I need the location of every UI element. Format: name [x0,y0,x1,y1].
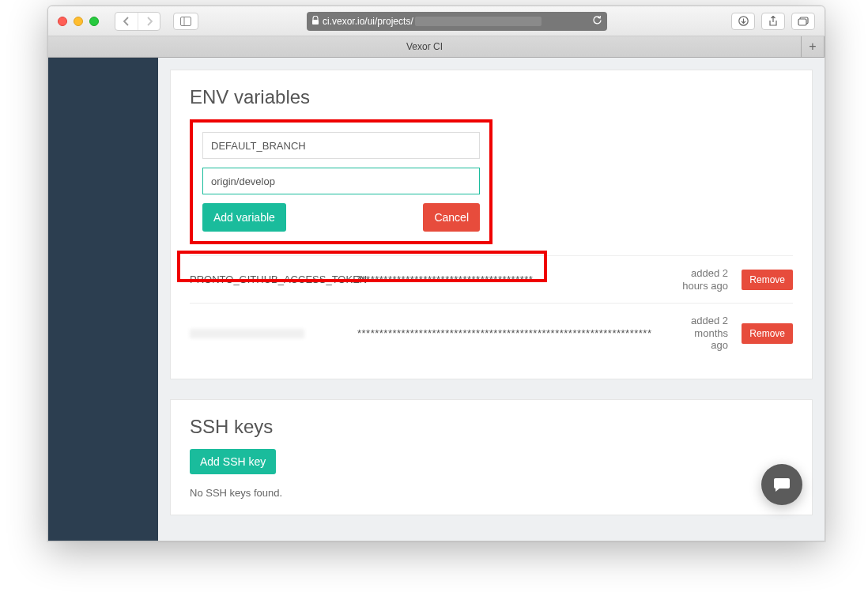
variable-name-input[interactable] [202,132,480,159]
close-window-icon[interactable] [58,17,67,26]
url-text: ci.vexor.io/ui/projects/ [323,16,413,27]
downloads-button[interactable] [731,13,755,30]
new-tab-button[interactable]: + [802,36,825,57]
share-button[interactable] [761,13,785,30]
maximize-window-icon[interactable] [89,17,99,26]
svg-rect-0 [181,17,191,25]
window-titlebar: ci.vexor.io/ui/projects/ [48,6,825,36]
back-button[interactable] [115,13,138,30]
remove-variable-button[interactable]: Remove [742,323,793,344]
url-remainder-blurred [415,17,542,26]
tabs-icon [798,17,809,26]
svg-rect-2 [312,20,319,25]
svg-rect-5 [798,19,806,25]
chat-icon [772,475,791,494]
remove-variable-button[interactable]: Remove [742,270,793,290]
sidebar-toggle-button[interactable] [173,13,198,30]
lock-icon [311,16,319,26]
panel-icon [180,17,191,26]
variable-name: PRONTO_GITHUB_ACCESS_TOKEN [190,273,348,285]
chevron-right-icon [145,17,153,26]
minimize-window-icon[interactable] [74,17,83,26]
ssh-section-title: SSH keys [190,416,793,438]
address-bar[interactable]: ci.vexor.io/ui/projects/ [307,12,607,31]
forward-button[interactable] [138,13,160,30]
browser-tab[interactable]: Vexor CI [48,36,802,57]
share-icon [768,16,778,26]
variable-added-time: added 2 months ago [681,315,728,352]
variable-row: PRONTO_GITHUB_ACCESS_TOKEN *************… [190,255,793,303]
env-section-title: ENV variables [190,86,793,108]
tab-title: Vexor CI [406,41,443,52]
app-sidebar [48,58,158,541]
variable-value-masked: **************************************** [357,273,671,285]
chevron-left-icon [123,17,130,26]
add-ssh-key-button[interactable]: Add SSH key [190,449,276,474]
variable-added-time: added 2 hours ago [681,267,728,292]
reload-button[interactable] [592,15,602,28]
reload-icon [592,15,602,25]
variable-name-blurred [190,329,348,338]
highlight-add-form: Add variable Cancel [190,119,492,244]
support-chat-button[interactable] [761,464,802,505]
add-variable-button[interactable]: Add variable [202,203,286,232]
variable-row: ****************************************… [190,303,793,363]
cancel-button[interactable]: Cancel [423,203,480,232]
tab-bar: Vexor CI + [48,36,825,58]
ssh-empty-text: No SSH keys found. [190,487,793,499]
tabs-button[interactable] [791,13,815,30]
variable-value-masked: ****************************************… [357,327,671,339]
variable-value-input[interactable] [202,168,480,194]
download-icon [738,16,749,26]
